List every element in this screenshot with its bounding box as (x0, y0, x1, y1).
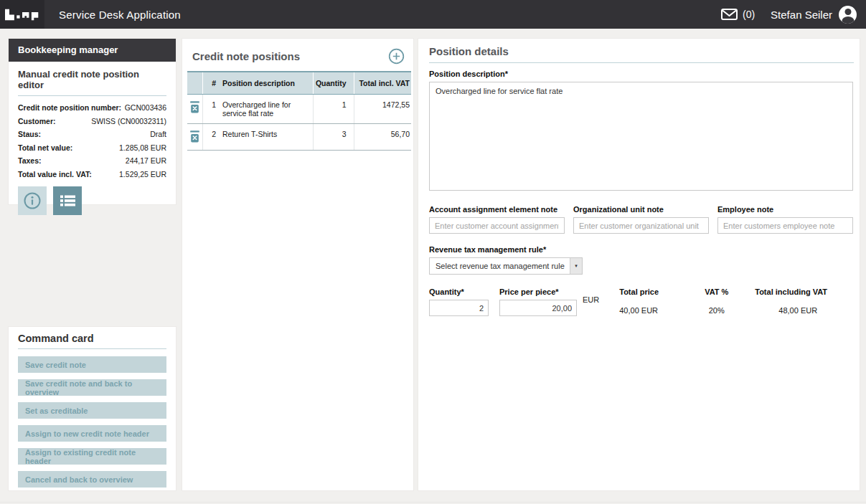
mail-icon[interactable] (721, 9, 738, 20)
employee-note-label: Employee note (717, 205, 853, 214)
delete-position-button[interactable] (189, 100, 200, 113)
quantity-label: Quantity* (429, 287, 490, 296)
mail-count: (0) (743, 9, 755, 20)
editor-title: Manual credit note position editor (18, 69, 166, 96)
tax-rule-select[interactable]: Select revenue tax management rule ▾ (429, 257, 583, 275)
price-currency-label: EUR (583, 287, 599, 304)
row-quantity: 3 (313, 123, 354, 150)
info-button[interactable] (18, 186, 47, 215)
user-name: Stefan Seiler (771, 9, 832, 21)
row-total: 1472,55 (354, 94, 411, 123)
logo-glyphs (5, 8, 39, 22)
position-details-panel: Position details Position description* O… (418, 38, 860, 491)
employee-note-input[interactable] (717, 217, 853, 234)
list-view-button[interactable] (53, 186, 82, 215)
vat-value: 20% (697, 300, 736, 315)
row-number: 1 (202, 94, 218, 123)
positions-header-row: # Position description Quantity Total in… (187, 72, 411, 94)
kv-total-incl-vat: Total value incl. VAT: 1.529,25 EUR (18, 170, 166, 179)
plus-circle-icon (388, 48, 405, 65)
user-avatar-icon[interactable] (839, 6, 857, 24)
kv-taxes: Taxes: 244,17 EUR (18, 156, 166, 165)
add-position-button[interactable] (388, 48, 405, 65)
set-as-creditable-button[interactable]: Set as creditable (18, 402, 166, 419)
app-header: Service Desk Application (0) Stefan Seil… (0, 0, 866, 29)
col-number: # (202, 72, 218, 94)
list-icon (60, 195, 75, 206)
kv-total-net: Total net value: 1.285,08 EUR (18, 143, 166, 152)
details-title: Position details (429, 45, 854, 63)
row-number: 2 (202, 123, 218, 150)
row-description: Overcharged line for service flat rate (218, 94, 313, 123)
tax-rule-label: Revenue tax management rule* (429, 245, 852, 254)
kv-credit-note-number: Credit note position number: GCN003436 (18, 103, 166, 112)
positions-title: Credit note positions (192, 50, 300, 62)
delete-position-button[interactable] (189, 130, 200, 143)
command-card-title: Command card (18, 333, 166, 349)
page-bottom-divider (0, 502, 866, 503)
account-note-label: Account assignment element note (429, 205, 565, 214)
tax-rule-selected-value: Select revenue tax management rule (430, 262, 570, 270)
description-textarea[interactable]: Overcharged line for service flat rate (429, 82, 853, 191)
col-description: Position description (218, 72, 313, 94)
row-description: Returen T-Shirts (218, 123, 313, 150)
total-incl-vat-value: 48,00 EUR (755, 300, 841, 315)
assign-existing-header-button[interactable]: Assign to existing credit note header (18, 448, 166, 465)
credit-note-positions-panel: Credit note positions # Position descrip… (182, 38, 414, 491)
save-and-back-button[interactable]: Save credit note and back to overview (18, 379, 166, 396)
org-note-label: Organizational unit note (573, 205, 709, 214)
chevron-down-icon: ▾ (570, 258, 582, 274)
price-input[interactable] (499, 300, 577, 316)
table-row[interactable]: 1 Overcharged line for service flat rate… (187, 94, 411, 123)
account-note-input[interactable] (429, 217, 565, 234)
col-total-incl-vat: Total incl. VAT (354, 72, 411, 94)
info-icon (23, 191, 42, 210)
app-title: Service Desk Application (59, 9, 181, 21)
total-price-label: Total price (619, 287, 677, 296)
vat-label: VAT % (697, 287, 736, 296)
cancel-back-button[interactable]: Cancel and back to overview (18, 471, 166, 488)
bookkeeping-card-title: Bookkeeping manager (9, 39, 176, 62)
kv-customer: Customer: SWISS (CN00032311) (18, 117, 166, 125)
trash-icon (189, 130, 200, 143)
assign-new-header-button[interactable]: Assign to new credit note header (18, 425, 166, 442)
org-note-input[interactable] (573, 217, 709, 234)
row-quantity: 1 (313, 94, 354, 123)
table-row[interactable]: 2 Returen T-Shirts 3 56,70 (187, 123, 411, 150)
kv-status: Staus: Draft (18, 130, 166, 138)
trash-icon (189, 100, 200, 113)
quantity-input[interactable] (429, 300, 489, 316)
col-actions (187, 72, 202, 94)
description-label: Position description* (429, 70, 852, 78)
price-label: Price per piece* (499, 287, 578, 296)
total-incl-vat-label: Total including VAT (755, 287, 841, 296)
command-card: Command card Save credit note Save credi… (8, 326, 177, 491)
app-logo (0, 0, 44, 29)
total-price-value: 40,00 EUR (619, 300, 677, 315)
col-quantity: Quantity (313, 72, 354, 94)
bookkeeping-manager-card: Bookkeeping manager Manual credit note p… (8, 38, 177, 205)
save-credit-note-button[interactable]: Save credit note (18, 356, 166, 373)
row-total: 56,70 (354, 123, 411, 150)
positions-table: # Position description Quantity Total in… (187, 71, 411, 151)
